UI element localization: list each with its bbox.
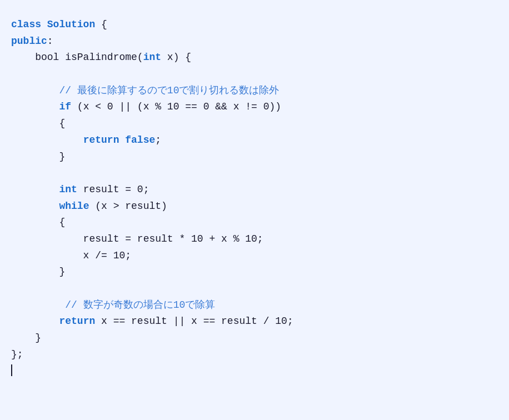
code-line-3: bool isPalindrome(int x) { xyxy=(11,49,498,66)
code-token: return xyxy=(59,316,95,327)
code-token xyxy=(11,201,59,212)
code-line-16: } xyxy=(11,264,498,281)
code-line-8: return false; xyxy=(11,132,498,149)
code-line-2: public: xyxy=(11,33,498,50)
code-line-9: } xyxy=(11,149,498,166)
code-token: } xyxy=(11,151,65,162)
code-line-19: return x == result || x == result / 10; xyxy=(11,313,498,330)
code-line-21: }; xyxy=(11,347,498,363)
code-token: ; xyxy=(155,134,161,146)
code-token xyxy=(11,101,59,112)
code-line-10 xyxy=(11,165,498,182)
code-token: }; xyxy=(11,349,23,360)
code-line-15: x /= 10; xyxy=(11,248,498,264)
code-token: : xyxy=(47,36,53,47)
code-token: public xyxy=(11,36,47,47)
code-token: x) { xyxy=(161,52,191,63)
code-token: { xyxy=(11,118,65,129)
code-line-22 xyxy=(11,363,498,379)
code-token: result = result * 10 + x % 10; xyxy=(11,233,263,244)
code-token: // xyxy=(11,85,77,96)
code-token: class xyxy=(11,19,47,30)
code-token: isPalindrome xyxy=(65,52,137,63)
code-token: 数字が奇数の場合に10で除算 xyxy=(83,299,216,311)
code-token: int xyxy=(143,52,161,63)
code-token: x /= 10; xyxy=(11,250,131,261)
code-line-4 xyxy=(11,66,498,83)
code-editor: class Solution {public: bool isPalindrom… xyxy=(11,11,498,385)
code-token xyxy=(11,134,83,146)
code-token: } xyxy=(11,266,65,277)
code-token: (x < 0 || (x % 10 == 0 && x != 0)) xyxy=(71,101,281,112)
code-token xyxy=(119,134,125,146)
code-line-7: { xyxy=(11,116,498,132)
code-line-13: { xyxy=(11,214,498,231)
code-token xyxy=(11,316,59,327)
code-token: // xyxy=(11,299,83,311)
code-line-12: while (x > result) xyxy=(11,198,498,215)
code-token: int xyxy=(59,184,77,195)
code-line-14: result = result * 10 + x % 10; xyxy=(11,231,498,248)
code-token: Solution xyxy=(47,19,95,30)
code-line-18: // 数字が奇数の場合に10で除算 xyxy=(11,297,498,314)
code-token: x == result || x == result / 10; xyxy=(95,316,293,327)
code-token: result = 0; xyxy=(77,184,149,195)
code-line-17 xyxy=(11,281,498,297)
code-line-6: if (x < 0 || (x % 10 == 0 && x != 0)) xyxy=(11,99,498,116)
code-line-5: // 最後に除算するので10で割り切れる数は除外 xyxy=(11,83,498,99)
text-cursor xyxy=(11,364,12,377)
code-lines: class Solution {public: bool isPalindrom… xyxy=(11,17,498,379)
code-token: { xyxy=(11,217,65,228)
code-token: false xyxy=(125,134,155,146)
code-line-20: } xyxy=(11,330,498,347)
code-token: if xyxy=(59,101,71,112)
code-line-11: int result = 0; xyxy=(11,182,498,198)
code-token: ( xyxy=(137,52,143,63)
code-token: return xyxy=(83,134,119,146)
code-token: while xyxy=(59,201,89,212)
code-line-1: class Solution { xyxy=(11,17,498,33)
code-token xyxy=(11,184,59,195)
code-token: } xyxy=(11,332,41,343)
code-token: bool xyxy=(11,52,65,63)
code-token: 最後に除算するので10で割り切れる数は除外 xyxy=(77,85,280,96)
code-token: (x > result) xyxy=(89,201,167,212)
code-token: { xyxy=(95,19,107,30)
